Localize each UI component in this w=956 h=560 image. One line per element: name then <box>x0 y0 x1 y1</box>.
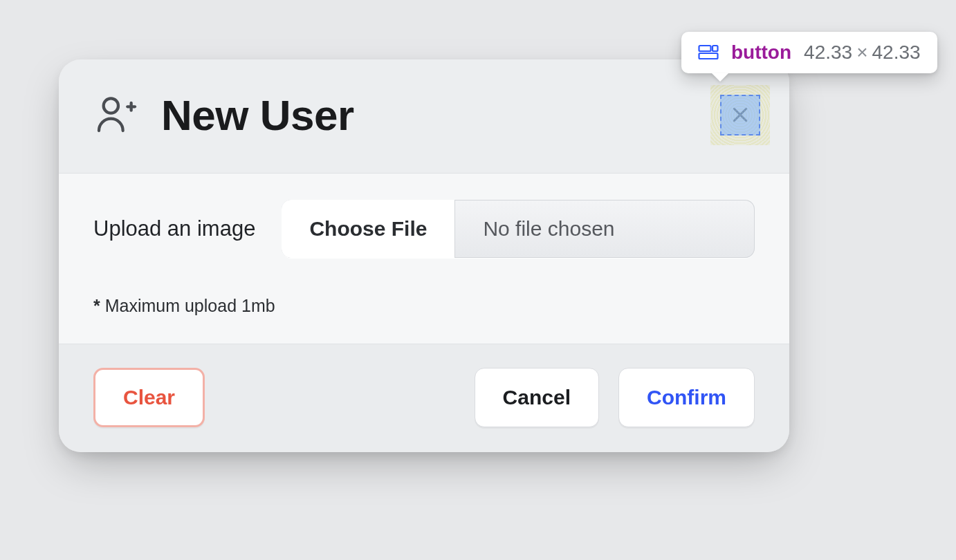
upload-label: Upload an image <box>93 216 255 241</box>
file-input[interactable]: Choose File No file chosen <box>282 200 755 258</box>
svg-rect-5 <box>699 46 711 51</box>
inspector-width: 42.33 <box>804 41 852 63</box>
upload-row: Upload an image Choose File No file chos… <box>93 200 755 258</box>
inspector-dimensions: 42.33×42.33 <box>804 41 921 64</box>
dialog-header: New User <box>59 59 789 173</box>
dialog-title: New User <box>161 91 354 140</box>
flex-container-icon <box>698 44 719 61</box>
dialog-footer: Clear Cancel Confirm <box>59 344 789 452</box>
confirm-button[interactable]: Confirm <box>618 368 755 427</box>
upload-hint-asterisk: * <box>93 296 100 315</box>
inspector-height: 42.33 <box>872 41 921 63</box>
upload-hint: * Maximum upload 1mb <box>93 296 755 316</box>
close-icon <box>730 104 751 125</box>
svg-point-0 <box>104 98 118 113</box>
svg-rect-7 <box>699 53 718 59</box>
dialog-body: Upload an image Choose File No file chos… <box>59 173 789 344</box>
inspector-tooltip: button 42.33×42.33 <box>681 32 937 73</box>
clear-button[interactable]: Clear <box>93 368 205 427</box>
file-chosen-status: No file chosen <box>455 200 755 258</box>
cancel-button[interactable]: Cancel <box>475 368 599 427</box>
new-user-dialog: New User Upload an image Choose File No … <box>59 59 789 452</box>
upload-hint-text: Maximum upload 1mb <box>100 296 275 315</box>
inspector-dim-separator: × <box>852 41 872 63</box>
choose-file-button[interactable]: Choose File <box>282 200 455 258</box>
svg-rect-6 <box>713 46 718 51</box>
dialog-title-wrap: New User <box>93 91 354 140</box>
user-add-icon <box>93 92 138 139</box>
inspector-element-tag: button <box>731 41 791 64</box>
close-button[interactable] <box>726 100 755 129</box>
